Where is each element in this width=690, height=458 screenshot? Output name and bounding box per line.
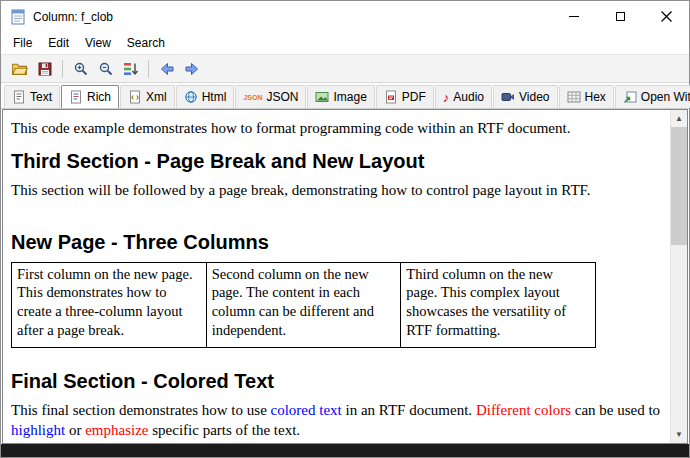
zoom-in-icon: [73, 61, 89, 77]
tab-json[interactable]: JSON JSON: [235, 85, 306, 108]
tab-label: Image: [333, 90, 366, 104]
text-segment-colored: emphasize: [85, 422, 148, 438]
hex-grid-icon: [567, 90, 581, 104]
audio-note-icon: ♪: [443, 91, 450, 104]
window-icon: [10, 9, 26, 25]
heading-final-section: Final Section - Colored Text: [11, 370, 664, 393]
text-segment: in an RTF document.: [342, 402, 476, 418]
value-viewer-window: Column: f_clob File Edit View Search: [0, 0, 690, 458]
sort-button[interactable]: [118, 57, 143, 81]
tab-label: Xml: [146, 90, 167, 104]
scroll-up-button[interactable]: ▲: [671, 110, 687, 127]
menu-view[interactable]: View: [77, 34, 119, 52]
rich-preview-pane[interactable]: This code example demonstrates how to fo…: [2, 109, 688, 444]
close-button[interactable]: [643, 1, 689, 32]
tab-label: Open With: [641, 90, 690, 104]
image-icon: [315, 90, 329, 104]
vertical-scrollbar[interactable]: ▲ ▼: [670, 110, 687, 443]
table-cell-second-column: Second column on the new page. The conte…: [206, 262, 401, 347]
scroll-down-button[interactable]: ▼: [671, 426, 687, 443]
html-globe-icon: [184, 90, 198, 104]
close-icon: [661, 11, 672, 22]
back-arrow-icon: [159, 61, 175, 77]
open-file-button[interactable]: [7, 57, 32, 81]
bottom-bar: [1, 444, 689, 457]
forward-button[interactable]: [179, 57, 204, 81]
text-segment: This final section demonstrates how to u…: [11, 402, 271, 418]
minimize-button[interactable]: [551, 1, 597, 32]
save-file-button[interactable]: [32, 57, 57, 81]
tab-text[interactable]: Text: [4, 85, 60, 108]
view-tab-bar: Text Rich Xml Html JSON JSON: [1, 83, 689, 109]
tab-hex[interactable]: Hex: [559, 85, 614, 108]
paragraph-page-break: This section will be followed by a page …: [11, 181, 664, 201]
tab-label: Rich: [87, 90, 111, 104]
open-folder-icon: [11, 60, 28, 77]
table-cell-third-column: Third column on the new page. This compl…: [401, 262, 596, 347]
heading-third-section: Third Section - Page Break and New Layou…: [11, 150, 664, 173]
paragraph-colored-text: This final section demonstrates how to u…: [11, 401, 664, 441]
text-segment-colored: highlight: [11, 422, 65, 438]
toolbar-separator: [62, 60, 63, 78]
back-button[interactable]: [154, 57, 179, 81]
tab-html[interactable]: Html: [176, 85, 235, 108]
window-title: Column: f_clob: [33, 10, 113, 24]
tab-xml[interactable]: Xml: [120, 85, 175, 108]
xml-document-icon: [128, 90, 142, 104]
heading-new-page: New Page - Three Columns: [11, 231, 664, 254]
json-badge-icon: JSON: [243, 94, 262, 101]
menu-file[interactable]: File: [5, 34, 40, 52]
toolbar: [1, 54, 689, 83]
tab-rich[interactable]: Rich: [61, 85, 119, 108]
forward-arrow-icon: [184, 61, 200, 77]
tab-video[interactable]: Video: [493, 85, 557, 108]
menu-search[interactable]: Search: [119, 34, 173, 52]
text-segment: specific parts of the text.: [148, 422, 300, 438]
scrollbar-thumb[interactable]: [671, 127, 687, 245]
tab-label: PDF: [402, 90, 426, 104]
tab-pdf[interactable]: PDF: [376, 85, 434, 108]
three-column-table: First column on the new page. This demon…: [11, 262, 596, 348]
table-cell-first-column: First column on the new page. This demon…: [12, 262, 207, 347]
text-document-icon: [12, 90, 26, 104]
zoom-out-button[interactable]: [93, 57, 118, 81]
menu-bar: File Edit View Search: [1, 32, 689, 54]
table-row: First column on the new page. This demon…: [12, 262, 596, 347]
text-segment: or: [65, 422, 85, 438]
open-with-icon: [623, 90, 637, 104]
titlebar[interactable]: Column: f_clob: [1, 1, 689, 32]
tab-image[interactable]: Image: [307, 85, 374, 108]
tab-label: Text: [30, 90, 52, 104]
tab-label: Html: [202, 90, 227, 104]
video-camera-icon: [501, 90, 515, 104]
tab-audio[interactable]: ♪ Audio: [435, 85, 492, 108]
zoom-in-button[interactable]: [68, 57, 93, 81]
tab-open-with[interactable]: Open With: [615, 85, 690, 108]
tab-label: JSON: [266, 90, 298, 104]
menu-edit[interactable]: Edit: [40, 34, 77, 52]
paragraph-code-example: This code example demonstrates how to fo…: [11, 119, 664, 139]
rich-document-icon: [69, 90, 83, 104]
sort-icon: [123, 61, 139, 77]
toolbar-separator: [148, 60, 149, 78]
zoom-out-icon: [98, 61, 114, 77]
save-floppy-icon: [37, 61, 53, 77]
text-segment: can be used to: [571, 402, 660, 418]
maximize-icon: [616, 12, 625, 21]
pdf-document-icon: [384, 90, 398, 104]
rtf-document: This code example demonstrates how to fo…: [3, 110, 670, 443]
text-segment-colored: colored text: [271, 402, 342, 418]
minimize-icon: [569, 16, 579, 17]
tab-label: Hex: [585, 90, 606, 104]
tab-label: Video: [519, 90, 549, 104]
maximize-button[interactable]: [597, 1, 643, 32]
scrollbar-track[interactable]: [671, 127, 687, 426]
tab-label: Audio: [453, 90, 484, 104]
text-segment-colored: Different colors: [476, 402, 571, 418]
